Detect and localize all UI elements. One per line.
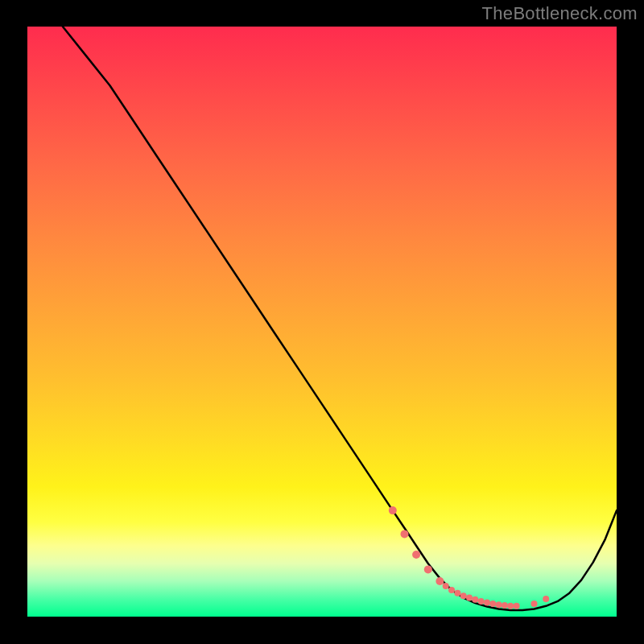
marker-dot <box>478 598 485 605</box>
marker-dot <box>489 601 496 607</box>
marker-dot <box>514 603 520 609</box>
marker-dot <box>448 587 455 593</box>
marker-dot <box>466 595 473 601</box>
curve-layer <box>27 27 617 617</box>
marker-dot <box>424 565 432 573</box>
marker-dot <box>472 597 478 603</box>
highlighted-points <box>389 506 549 609</box>
marker-dot <box>401 530 409 538</box>
marker-dot <box>484 599 490 605</box>
bottleneck-curve <box>63 27 617 610</box>
marker-dot <box>531 601 538 607</box>
marker-dot <box>443 583 449 589</box>
marker-dot <box>436 577 444 585</box>
marker-dot <box>502 602 508 609</box>
marker-dot <box>460 592 467 599</box>
watermark-text: TheBottleneck.com <box>482 3 638 24</box>
marker-dot <box>496 601 502 608</box>
marker-dot <box>543 596 549 602</box>
marker-dot <box>454 590 460 597</box>
chart-frame: TheBottleneck.com <box>0 0 644 644</box>
marker-dot <box>412 551 420 559</box>
marker-dot <box>389 506 397 514</box>
marker-dot <box>507 603 514 609</box>
